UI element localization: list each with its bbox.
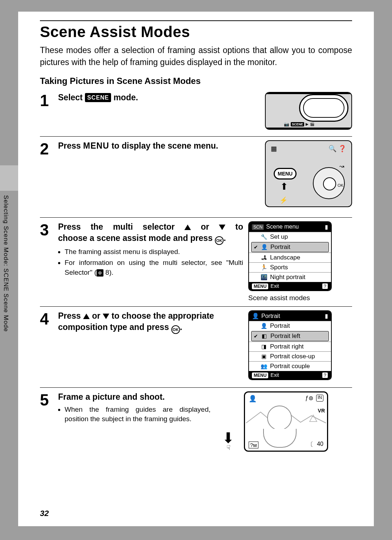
- step-3-bullets: The framing assist menu is displayed. Fo…: [58, 247, 243, 278]
- scrollbar-icon: ▮: [325, 313, 328, 319]
- step-2: 2 Press MENU to display the scene menu. …: [40, 136, 352, 217]
- scene-menu-row: 🏃Sports: [249, 262, 331, 272]
- help-badge: ?: [322, 372, 328, 378]
- check-icon: ✔: [254, 244, 258, 250]
- side-running-head: Selecting Scene Mode: SCENE Scene Mode: [2, 195, 9, 332]
- text: Select: [58, 93, 85, 102]
- camera-icon: 📷: [284, 122, 289, 127]
- portrait-submenu-screen: 👤Portrait ▮ 👤Portrait✔◧Portrait left◨Por…: [248, 310, 332, 380]
- menu-title: Scene menu: [266, 223, 299, 230]
- step-1: 1 Select SCENE mode. 📷 SCENE ▶ 🎬: [40, 88, 352, 136]
- section-subtitle: Taking Pictures in Scene Assist Modes: [40, 76, 352, 86]
- timer-icon: ↝: [339, 163, 344, 170]
- thumbnail-icon: ▦: [271, 145, 277, 153]
- step-number: 4: [40, 310, 58, 327]
- step-2-title: Press MENU to display the scene menu.: [58, 140, 260, 152]
- step-5-illustration: ⬇ ☟ 👤 ƒ⊚ IN VR: [216, 391, 339, 452]
- down-arrow-icon: [103, 314, 109, 319]
- text: Press the multi selector: [58, 222, 184, 231]
- step-1-title: Select SCENE mode.: [58, 92, 260, 103]
- portrait-menu-row: ✔◧Portrait left: [251, 331, 329, 341]
- step-4-illustration: 👤Portrait ▮ 👤Portrait✔◧Portrait left◨Por…: [248, 310, 335, 380]
- up-arrow-icon: [83, 314, 90, 319]
- exit-label: Exit: [270, 283, 279, 289]
- row-icon: ▣: [260, 353, 268, 360]
- steps-list: 1 Select SCENE mode. 📷 SCENE ▶ 🎬: [40, 88, 352, 461]
- viewfinder-preview: 👤 ƒ⊚ IN VR ?м 〔: [244, 391, 328, 452]
- scene-menu-row: ✔👤Portrait: [251, 242, 329, 252]
- ok-button-icon: OK: [171, 325, 180, 334]
- bullet: The framing assist menu is displayed.: [65, 247, 243, 257]
- text: to display the scene menu.: [109, 141, 218, 150]
- row-label: Set up: [270, 233, 288, 241]
- row-label: Portrait: [270, 322, 290, 330]
- menu-title: Portrait: [261, 313, 280, 319]
- manual-page: Scene Assist Modes These modes offer a s…: [18, 12, 374, 526]
- row-icon: 🔧: [260, 234, 268, 240]
- row-label: Landscape: [270, 254, 300, 261]
- menu-button-icon: MENU: [274, 168, 297, 180]
- zoom-icon: 🔍: [328, 145, 336, 152]
- memory-icon: IN: [316, 395, 323, 402]
- step-number: 1: [40, 92, 58, 109]
- row-label: Portrait: [270, 243, 290, 251]
- text: mode.: [111, 93, 138, 102]
- portrait-subject-icon: [263, 406, 296, 446]
- movie-icon: 🎬: [310, 122, 314, 126]
- row-icon: 👥: [260, 363, 268, 370]
- image-size-badge: ?м: [249, 442, 258, 448]
- text: 8).: [103, 269, 113, 276]
- camera-back-diagram: ▦ 🔍 ❓ MENU ⬆ ⚡ OK ↝: [265, 140, 352, 207]
- scrollbar-icon: ▮: [325, 223, 328, 230]
- row-label: Night portrait: [270, 274, 305, 281]
- text: For information on using the multi selec…: [65, 259, 243, 276]
- text: .: [180, 322, 182, 332]
- check-icon: ✔: [254, 333, 258, 339]
- scene-menu-row: 🌃Night portrait: [249, 272, 331, 282]
- step-number: 5: [40, 391, 58, 408]
- row-icon: 👤: [260, 244, 268, 250]
- battery-icon: 〔: [307, 441, 313, 448]
- arrow-icon: ▶: [306, 122, 309, 126]
- row-label: Portrait close-up: [270, 353, 315, 360]
- text: or: [191, 222, 219, 231]
- scene-menu-screen: SCNScene menu ▮ 🔧Set up✔👤Portrait🏞Landsc…: [248, 221, 332, 291]
- text: Press: [58, 141, 83, 150]
- shutter-press-icon: ⬇ ☟: [216, 432, 241, 452]
- af-icon: ƒ⊚: [305, 395, 313, 402]
- row-icon: 🏃: [260, 264, 268, 271]
- row-label: Portrait couple: [270, 363, 310, 370]
- down-arrow-icon: [219, 225, 225, 230]
- step-4-title: Press or to choose the appropriate compo…: [58, 310, 243, 334]
- help-icon: ❓: [338, 145, 346, 152]
- step-3: 3 Press the multi selector or to choose …: [40, 217, 352, 306]
- step-2-illustration: ▦ 🔍 ❓ MENU ⬆ ⚡ OK ↝: [265, 140, 352, 207]
- scene-menu-row: 🏞Landscape: [249, 253, 331, 262]
- step-1-illustration: 📷 SCENE ▶ 🎬: [265, 92, 352, 130]
- ok-button-icon: OK: [215, 236, 224, 245]
- text: or: [90, 311, 103, 321]
- intro-paragraph: These modes offer a selection of framing…: [40, 44, 352, 69]
- page-title: Scene Assist Modes: [40, 23, 352, 41]
- menu-word-icon: MENU: [83, 141, 109, 150]
- up-arrow-icon: [184, 225, 191, 230]
- row-icon: 🏞: [260, 254, 268, 261]
- row-icon: 👤: [260, 323, 268, 329]
- row-icon: ◨: [260, 343, 268, 350]
- help-badge: ?: [322, 283, 328, 289]
- shots-remaining: 40: [317, 441, 323, 448]
- step-number: 2: [40, 140, 58, 157]
- step-number: 3: [40, 221, 58, 238]
- step-3-illustration: SCNScene menu ▮ 🔧Set up✔👤Portrait🏞Landsc…: [248, 221, 335, 302]
- scene-mode-icon: SCENE: [85, 93, 111, 102]
- portrait-menu-row: ▣Portrait close-up: [249, 351, 331, 361]
- scene-menu-caption: Scene assist modes: [248, 294, 335, 302]
- reference-icon: ⊕: [97, 269, 103, 277]
- exit-label: Exit: [270, 372, 279, 378]
- step-4: 4 Press or to choose the appropriate com…: [40, 306, 352, 387]
- page-number: 32: [40, 509, 49, 518]
- text: composition type and press: [58, 322, 171, 332]
- menu-chip: MENU: [252, 372, 268, 378]
- text: to: [225, 222, 243, 231]
- portrait-header-icon: 👤: [252, 313, 259, 319]
